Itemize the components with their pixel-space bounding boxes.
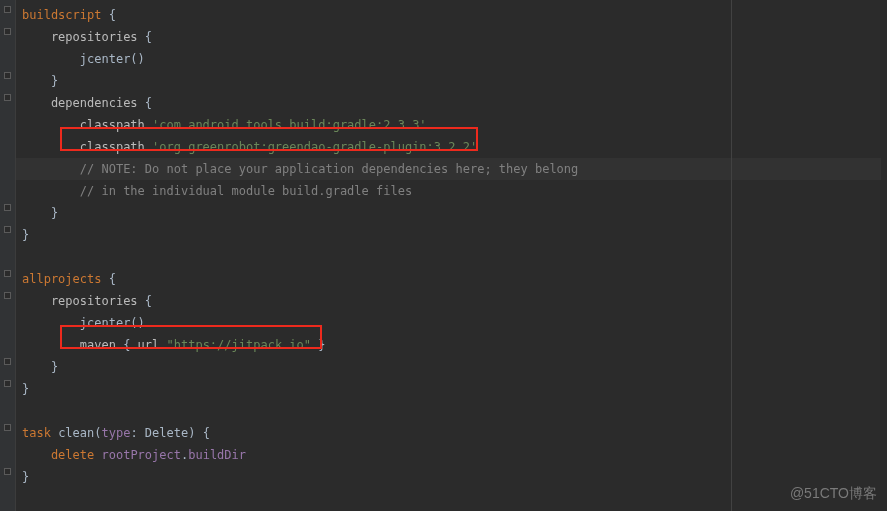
prop: rootProject [101,448,180,462]
fold-icon[interactable] [4,424,11,431]
code-text: : Delete) { [130,426,209,440]
identifier: url [138,338,167,352]
keyword: delete [22,448,101,462]
fold-icon[interactable] [4,72,11,79]
code-line: classpath 'org.greenrobot:greendao-gradl… [22,136,887,158]
watermark-text: @51CTO博客 [790,485,877,503]
brace: { [101,272,115,286]
string: 'org.greenrobot:greendao-gradle-plugin:3… [152,140,477,154]
comment: // NOTE: Do not place your application d… [22,162,578,176]
fold-icon[interactable] [4,358,11,365]
fold-icon[interactable] [4,380,11,387]
code-line [22,246,887,268]
code-line: task clean(type: Delete) { [22,422,887,444]
code-line: } [22,466,887,488]
brace: } [22,74,58,88]
code-line: maven { url "https://jitpack.io" } [22,334,887,356]
fold-icon[interactable] [4,6,11,13]
code-line: jcenter() [22,312,887,334]
identifier: clean( [51,426,102,440]
fold-icon[interactable] [4,292,11,299]
keyword: maven [22,338,123,352]
code-line: } [22,202,887,224]
prop: buildDir [188,448,246,462]
identifier: dependencies [22,96,138,110]
brace: { [138,96,152,110]
brace: } [311,338,325,352]
code-line: delete rootProject.buildDir [22,444,887,466]
code-text: jcenter() [22,316,145,330]
code-line: } [22,70,887,92]
fold-icon[interactable] [4,468,11,475]
keyword: task [22,426,51,440]
code-line: buildscript { [22,4,887,26]
code-line: classpath 'com.android.tools.build:gradl… [22,114,887,136]
code-line: } [22,224,887,246]
gutter [0,0,16,511]
code-line: // in the individual module build.gradle… [22,180,887,202]
fold-icon[interactable] [4,28,11,35]
fold-icon[interactable] [4,270,11,277]
code-line: dependencies { [22,92,887,114]
fold-icon[interactable] [4,204,11,211]
code-line: jcenter() [22,48,887,70]
code-line: allprojects { [22,268,887,290]
code-line: } [22,356,887,378]
keyword: buildscript [22,8,101,22]
fold-icon[interactable] [4,226,11,233]
code-line: repositories { [22,290,887,312]
code-line: } [22,378,887,400]
brace: } [22,360,58,374]
code-line: repositories { [22,26,887,48]
code-line-active: // NOTE: Do not place your application d… [16,158,881,180]
vertical-separator [731,0,732,511]
string: 'com.android.tools.build:gradle:2.3.3' [152,118,427,132]
fold-icon[interactable] [4,94,11,101]
brace: } [22,470,29,484]
param: type [101,426,130,440]
keyword: allprojects [22,272,101,286]
identifier: repositories [22,294,138,308]
code-editor: 💡 buildscript { repositories { jcenter()… [0,0,887,511]
keyword: classpath [22,140,152,154]
string: "https://jitpack.io" [167,338,312,352]
keyword: classpath [22,118,152,132]
comment: // in the individual module build.gradle… [22,184,412,198]
brace: } [22,228,29,242]
brace: } [22,382,29,396]
code-area[interactable]: buildscript { repositories { jcenter() }… [16,0,887,511]
brace: { [138,294,152,308]
brace: { [101,8,115,22]
identifier: repositories [22,30,138,44]
brace: { [123,338,137,352]
brace: { [138,30,152,44]
code-text: jcenter() [22,52,145,66]
brace: } [22,206,58,220]
code-line [22,400,887,422]
